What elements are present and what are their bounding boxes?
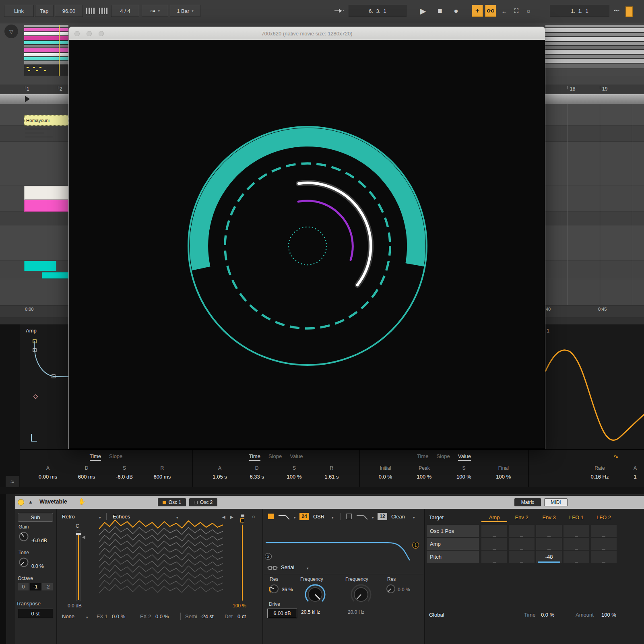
follow-icon[interactable] — [332, 5, 346, 17]
matrix-row-pitch[interactable]: Pitch — [427, 551, 479, 563]
play-button[interactable]: ▶ — [416, 5, 430, 17]
loop-switch[interactable]: ○ — [523, 5, 534, 17]
matrix-cell[interactable] — [564, 525, 589, 537]
lfo-waveform-display[interactable] — [545, 337, 644, 458]
window-zoom-button[interactable] — [99, 31, 104, 36]
matrix-cell[interactable] — [564, 551, 589, 563]
matrix-cell[interactable] — [591, 525, 617, 537]
window-close-button[interactable] — [74, 31, 80, 36]
res2-value[interactable]: 0.0 % — [398, 587, 410, 592]
matrix-cell[interactable] — [536, 538, 562, 550]
filter2-type-menu[interactable]: Clean — [391, 514, 405, 520]
matrix-col-lfo2[interactable]: LFO 2 — [591, 514, 617, 520]
device-drag-rail[interactable] — [6, 494, 15, 644]
chevron-down-icon[interactable]: ▾ — [86, 615, 88, 619]
filter1-enable-button[interactable] — [268, 514, 274, 519]
next-table-button[interactable]: ▶ — [230, 515, 233, 519]
env2-release[interactable]: 1.61 s — [324, 474, 339, 480]
loop-start-display[interactable]: 1. 1. 1 — [550, 5, 609, 17]
envelope-handle[interactable] — [34, 395, 38, 399]
device-fold-icon[interactable]: ▲ — [28, 499, 33, 505]
tab-time[interactable]: Time — [90, 453, 101, 461]
res-knob[interactable] — [268, 583, 280, 595]
matrix-col-env3[interactable]: Env 3 — [536, 514, 562, 520]
matrix-col-env2[interactable]: Env 2 — [509, 514, 535, 520]
chevron-down-icon[interactable]: ▾ — [294, 516, 296, 520]
matrix-col-lfo1[interactable]: LFO 1 — [564, 514, 589, 520]
matrix-row-amp[interactable]: Amp — [427, 538, 479, 550]
osc-gain-fader[interactable] — [76, 530, 80, 601]
matrix-cell-pitch-env3[interactable]: -48 — [536, 551, 562, 563]
groove-amount-icon[interactable] — [85, 5, 96, 17]
filter2-marker[interactable]: 2 — [265, 553, 272, 560]
tab-time[interactable]: Time — [249, 453, 260, 461]
sine-wave-icon[interactable]: ∿ — [613, 452, 619, 460]
keymap-indicator[interactable] — [625, 6, 633, 17]
frequency2-value[interactable]: 20.0 Hz — [348, 609, 364, 615]
envelope-end-bracket[interactable] — [31, 434, 37, 441]
arrangement-position-display[interactable]: 6. 3. 1 — [349, 5, 407, 17]
stop-button[interactable]: ■ — [433, 5, 447, 17]
arrangement-clip-homayouni[interactable]: Homayouni — [24, 115, 68, 126]
matrix-cell[interactable] — [481, 538, 507, 550]
filter2-shape-icon[interactable] — [356, 514, 369, 520]
env3-initial[interactable]: 0.0 % — [379, 474, 392, 480]
octave-minus1-button[interactable]: -1 — [30, 583, 41, 591]
filter1-type-menu[interactable]: OSR — [313, 514, 324, 520]
hand-icon[interactable]: ✋ — [78, 498, 86, 505]
new-midi-track-button[interactable]: + — [472, 5, 483, 17]
arrangement-clip-white[interactable] — [24, 186, 68, 200]
filter1-slope-button[interactable]: 24 — [299, 513, 309, 520]
matrix-col-amp[interactable]: Amp — [481, 514, 507, 522]
env1-attack[interactable]: 0.00 ms — [39, 474, 57, 480]
arrangement-clip-teal-small[interactable] — [42, 272, 68, 279]
wavetable-display[interactable] — [99, 518, 223, 601]
link-button[interactable]: Link — [4, 5, 34, 17]
detune-value[interactable]: 0 ct — [237, 613, 246, 619]
amp-envelope-display[interactable] — [20, 337, 68, 458]
gain-value[interactable]: -6.0 dB — [31, 538, 47, 543]
lfo-rate[interactable]: 0.16 Hz — [591, 474, 609, 480]
env2-attack[interactable]: 1.05 s — [213, 474, 227, 480]
window-minimize-button[interactable] — [87, 31, 92, 36]
global-amount-value[interactable]: 100 % — [601, 612, 616, 618]
effect-mode-menu[interactable]: None — [62, 613, 74, 619]
global-time-value[interactable]: 0.0 % — [541, 612, 554, 618]
semi-value[interactable]: -24 st — [200, 613, 214, 619]
wavetable-position-slider[interactable] — [241, 518, 244, 601]
tone-value[interactable]: 0.0 % — [31, 564, 44, 569]
res2-knob[interactable] — [385, 583, 397, 595]
env3-final[interactable]: 100 % — [496, 474, 511, 480]
session-overdub-button[interactable] — [485, 5, 496, 17]
env2-decay[interactable]: 6.33 s — [250, 474, 264, 480]
env1-release[interactable]: 600 ms — [154, 474, 171, 480]
tone-knob[interactable] — [18, 556, 30, 568]
video-window[interactable]: 700x620 (native movie size: 1280x720) — [68, 27, 545, 449]
osc-gain-value[interactable]: 0.0 dB — [68, 603, 82, 609]
nudge-icon[interactable] — [98, 5, 109, 17]
frequency-knob[interactable] — [303, 582, 328, 607]
matrix-cell[interactable] — [591, 538, 617, 550]
matrix-cell[interactable] — [564, 538, 589, 550]
fx2-value[interactable]: 0.0 % — [155, 613, 169, 619]
tab-slope[interactable]: Slope — [436, 453, 450, 460]
chevron-down-icon[interactable]: ▾ — [372, 516, 374, 520]
modulation-mode-button[interactable]: ≈ — [6, 476, 19, 488]
record-button[interactable]: ● — [449, 5, 463, 17]
tab-value[interactable]: Value — [458, 453, 471, 461]
matrix-cell[interactable] — [509, 538, 535, 550]
frequency2-knob[interactable] — [349, 582, 374, 607]
quantize-menu[interactable]: 1 Bar▾ — [170, 5, 200, 17]
matrix-cell[interactable] — [481, 551, 507, 563]
res-value[interactable]: 36 % — [282, 587, 293, 592]
matrix-cell[interactable] — [591, 551, 617, 563]
wavetable-category-menu[interactable]: Retro — [62, 514, 75, 520]
wavetable-position-value[interactable]: 100 % — [233, 603, 246, 609]
matrix-cell[interactable] — [509, 525, 535, 537]
tap-tempo-button[interactable]: Tap — [35, 5, 54, 17]
tempo-field[interactable]: 96.00 — [55, 5, 83, 17]
play-start-marker[interactable] — [25, 96, 30, 102]
chevron-down-icon[interactable]: ▾ — [332, 516, 334, 520]
filter2-enable-button[interactable] — [346, 514, 352, 519]
filter1-shape-icon[interactable] — [278, 514, 291, 520]
